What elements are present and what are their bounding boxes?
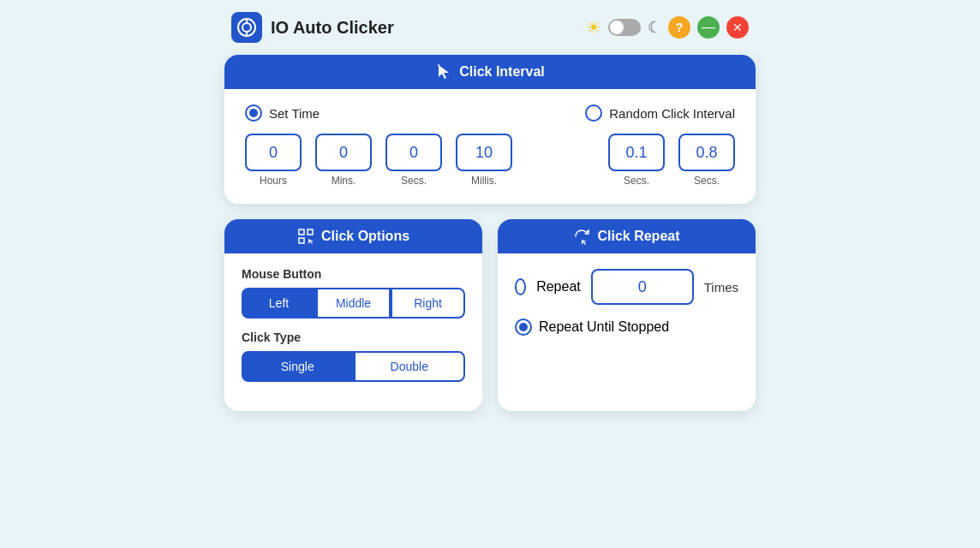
mouse-button-group: Left Middle Right [242, 288, 465, 319]
click-options-header: Click Options [224, 219, 482, 253]
double-button[interactable]: Double [354, 351, 466, 382]
times-label: Times [704, 280, 738, 295]
svg-rect-7 [299, 238, 304, 243]
left-button[interactable]: Left [242, 288, 316, 319]
sun-icon: ☀ [586, 17, 601, 38]
secs-input[interactable] [385, 134, 442, 171]
cursor-icon [435, 63, 452, 80]
click-repeat-title: Click Repeat [597, 229, 679, 244]
right-button[interactable]: Right [391, 288, 465, 319]
rand-secs2-label: Secs. [694, 175, 720, 187]
millis-label: Millis. [471, 175, 497, 187]
svg-rect-6 [308, 229, 313, 235]
mouse-button-section-label: Mouse Button [242, 267, 465, 281]
minimize-button[interactable]: — [697, 16, 720, 39]
click-repeat-header: Click Repeat [498, 219, 756, 253]
set-time-radio-circle [245, 104, 262, 122]
mins-input[interactable] [315, 134, 372, 171]
hours-group: Hours [245, 134, 302, 187]
svg-point-1 [242, 23, 251, 32]
click-interval-panel: Click Interval Set Time Random Click Int… [224, 55, 756, 204]
random-interval-inputs: Secs. Secs. [608, 134, 735, 187]
click-type-group: Single Double [242, 351, 465, 382]
svg-rect-5 [299, 229, 304, 235]
theme-toggle[interactable] [608, 19, 641, 36]
mins-label: Mins. [332, 175, 356, 187]
click-repeat-panel: Click Repeat Repeat Times Repeat Until S… [498, 219, 756, 411]
repeat-until-radio[interactable] [515, 319, 532, 336]
close-button[interactable]: ✕ [726, 16, 749, 39]
repeat-until-label: Repeat Until Stopped [539, 319, 669, 335]
bottom-row: Click Options Mouse Button Left Middle R… [224, 219, 756, 411]
titlebar: IO Auto Clicker ☀ ☾ ? — ✕ [0, 0, 980, 55]
random-interval-radio[interactable]: Random Click Interval [585, 104, 735, 122]
click-options-title: Click Options [321, 229, 409, 244]
rand-secs1-input[interactable] [608, 134, 665, 171]
click-options-icon [297, 228, 314, 245]
click-type-section-label: Click Type [242, 331, 465, 344]
millis-input[interactable] [456, 134, 512, 171]
set-time-label: Set Time [269, 106, 320, 121]
repeat-times-radio[interactable] [515, 278, 526, 295]
svg-point-4 [438, 64, 439, 66]
millis-group: Millis. [456, 134, 512, 187]
set-time-radio[interactable]: Set Time [245, 104, 320, 122]
middle-button[interactable]: Middle [316, 288, 391, 319]
random-interval-radio-circle [585, 104, 602, 122]
rand-secs1-group: Secs. [608, 134, 665, 187]
click-interval-body: Set Time Random Click Interval Hours Mi [224, 89, 756, 204]
interval-options-row: Set Time Random Click Interval [245, 104, 735, 122]
click-options-panel: Click Options Mouse Button Left Middle R… [224, 219, 482, 411]
help-button[interactable]: ? [668, 16, 690, 39]
secs-label: Secs. [401, 175, 427, 187]
single-button[interactable]: Single [242, 351, 354, 382]
rand-secs1-label: Secs. [624, 175, 649, 187]
rand-secs2-group: Secs. [678, 134, 735, 187]
mins-group: Mins. [315, 134, 372, 187]
click-repeat-body: Repeat Times Repeat Until Stopped [498, 253, 756, 353]
repeat-times-row: Repeat Times [515, 269, 738, 305]
app-icon [231, 12, 262, 43]
titlebar-controls: ☀ ☾ ? — ✕ [586, 16, 749, 39]
rand-secs2-input[interactable] [678, 134, 735, 171]
random-interval-label: Random Click Interval [609, 106, 735, 121]
hours-input[interactable] [245, 134, 302, 171]
app-title: IO Auto Clicker [271, 18, 394, 38]
repeat-times-input[interactable] [591, 269, 694, 305]
click-repeat-icon [573, 228, 590, 245]
click-interval-header: Click Interval [224, 55, 756, 89]
repeat-until-row: Repeat Until Stopped [515, 319, 738, 336]
moon-icon: ☾ [648, 18, 661, 37]
click-options-body: Mouse Button Left Middle Right Click Typ… [224, 253, 482, 411]
interval-inputs-row: Hours Mins. Secs. Millis. [245, 134, 735, 187]
set-time-inputs: Hours Mins. Secs. Millis. [245, 134, 512, 187]
repeat-label: Repeat [536, 279, 581, 295]
click-interval-title: Click Interval [459, 64, 545, 80]
secs-group: Secs. [385, 134, 442, 187]
main-content: Click Interval Set Time Random Click Int… [224, 55, 756, 411]
hours-label: Hours [260, 175, 287, 187]
